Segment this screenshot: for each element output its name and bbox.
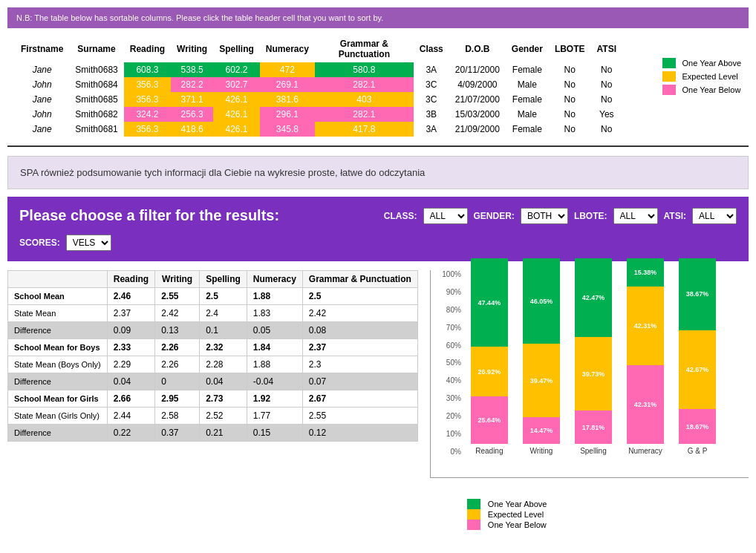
table-cell: 3C: [414, 92, 449, 107]
stats-cell: 1.92: [247, 390, 302, 408]
stats-cell: 2.55: [155, 288, 200, 305]
row-label: State Mean (Girls Only): [8, 408, 108, 425]
table-cell: 403: [315, 92, 414, 107]
class-select[interactable]: ALL: [423, 208, 468, 224]
table-cell: Jane: [15, 122, 69, 137]
green-legend-box: [662, 58, 676, 68]
row-label: Difference: [8, 322, 108, 339]
table-cell: Yes: [591, 107, 622, 122]
col-reading[interactable]: Reading: [124, 36, 171, 62]
table-cell: No: [591, 92, 622, 107]
table-cell: Male: [506, 77, 549, 92]
col-header: Grammar & Punctuation: [302, 271, 417, 288]
scores-row: SCORES: VELS: [19, 235, 737, 251]
bar-label: Spelling: [580, 447, 607, 455]
table-cell: 356.3: [124, 92, 171, 107]
chart-legend-label: Expected Level: [488, 510, 544, 519]
bar-label: G & P: [688, 447, 708, 455]
below-segment: 25.64%: [471, 396, 508, 444]
col-class[interactable]: Class: [414, 36, 449, 62]
stats-cell: 2.58: [155, 408, 200, 425]
table-cell: 418.6: [171, 122, 213, 137]
expected-segment: 42.67%: [679, 330, 716, 410]
table-cell: Smith0685: [69, 92, 123, 107]
row-label: State Mean: [8, 305, 108, 322]
stats-cell: 2.37: [302, 339, 417, 356]
table-cell: 538.5: [171, 62, 213, 77]
table-cell: 381.6: [260, 92, 315, 107]
table-cell: 602.2: [213, 62, 260, 77]
table-cell: 21/07/2000: [449, 92, 506, 107]
bar-group: 38.67%42.67%18.67%G & P: [676, 258, 719, 455]
stats-cell: 2.33: [107, 339, 154, 356]
table-cell: 4/09/2000: [449, 77, 506, 92]
stats-cell: 0.13: [155, 322, 200, 339]
col-surname[interactable]: Surname: [69, 36, 123, 62]
table-cell: 269.1: [260, 77, 315, 92]
col-dob[interactable]: D.O.B: [449, 36, 506, 62]
table-cell: 426.1: [213, 122, 260, 137]
col-gender[interactable]: Gender: [506, 36, 549, 62]
chart-legend-item: Expected Level: [467, 509, 547, 520]
table-cell: 345.8: [260, 122, 315, 137]
table-cell: 356.3: [124, 122, 171, 137]
stats-table: ReadingWritingSpellingNumeracyGrammar & …: [7, 270, 418, 442]
col-grammar[interactable]: Grammar & Punctuation: [315, 36, 414, 62]
table-cell: No: [591, 62, 622, 77]
stats-cell: 2.42: [302, 305, 417, 322]
stats-cell: -0.04: [247, 373, 302, 390]
table-cell: 371.1: [171, 92, 213, 107]
stats-row: State Mean (Girls Only)2.442.582.521.772…: [8, 408, 418, 425]
bottom-section: ReadingWritingSpellingNumeracyGrammar & …: [7, 270, 749, 530]
table-cell: 302.7: [213, 77, 260, 92]
table-cell: John: [15, 107, 69, 122]
scores-select[interactable]: VELS: [66, 235, 111, 251]
stats-cell: 2.26: [155, 339, 200, 356]
chart-legend: One Year AboveExpected LevelOne Year Bel…: [467, 499, 547, 530]
table-cell: 426.1: [213, 92, 260, 107]
scores-label: SCORES:: [19, 238, 60, 248]
table-cell: Smith0682: [69, 107, 123, 122]
row-label: Difference: [8, 425, 108, 442]
lbote-select[interactable]: ALL: [613, 208, 658, 224]
col-firstname[interactable]: Firstname: [15, 36, 69, 62]
col-numeracy[interactable]: Numeracy: [260, 36, 315, 62]
legend-item: One Year Below: [662, 85, 741, 95]
stats-cell: 1.88: [247, 356, 302, 373]
col-header: Numeracy: [247, 271, 302, 288]
top-legend: One Year AboveExpected LevelOne Year Bel…: [662, 58, 741, 98]
table-cell: [622, 122, 741, 137]
stats-cell: 2.46: [107, 288, 154, 305]
table-row: JohnSmith0684356.3282.2302.7269.1282.13C…: [15, 77, 741, 92]
pink-legend-box: [662, 85, 676, 95]
bar-label: Writing: [529, 447, 553, 455]
bar-stack: 38.67%42.67%18.67%: [679, 258, 716, 444]
col-lbote[interactable]: LBOTE: [549, 36, 591, 62]
stats-cell: 2.26: [155, 356, 200, 373]
stats-cell: 0.15: [247, 425, 302, 442]
table-cell: John: [15, 77, 69, 92]
col-header: Reading: [107, 271, 154, 288]
stats-cell: 1.84: [247, 339, 302, 356]
col-spelling[interactable]: Spelling: [213, 36, 260, 62]
gender-select[interactable]: BOTH: [521, 208, 568, 224]
table-cell: Jane: [15, 92, 69, 107]
stats-row: Difference0.0400.04-0.040.07: [8, 373, 418, 390]
student-table: Firstname Surname Reading Writing Spelli…: [15, 36, 741, 137]
stats-cell: 1.88: [247, 288, 302, 305]
col-atsi[interactable]: ATSI: [591, 36, 622, 62]
filter-section: Please choose a filter for the results: …: [7, 197, 749, 261]
table-cell: Male: [506, 107, 549, 122]
legend-color-box: [467, 520, 480, 530]
table-cell: Smith0684: [69, 77, 123, 92]
legend-color-box: [467, 499, 480, 509]
atsi-select[interactable]: ALL: [692, 208, 737, 224]
bar-stack: 15.38%42.31%42.31%: [627, 258, 664, 444]
table-cell: 296.1: [260, 107, 315, 122]
notice-bar: N.B: The table below has sortable column…: [7, 7, 749, 28]
expected-segment: 39.47%: [523, 344, 560, 417]
chart-legend-label: One Year Above: [488, 500, 547, 508]
col-writing[interactable]: Writing: [171, 36, 213, 62]
expected-segment: 39.73%: [575, 337, 612, 410]
stats-cell: 2.66: [107, 390, 154, 408]
